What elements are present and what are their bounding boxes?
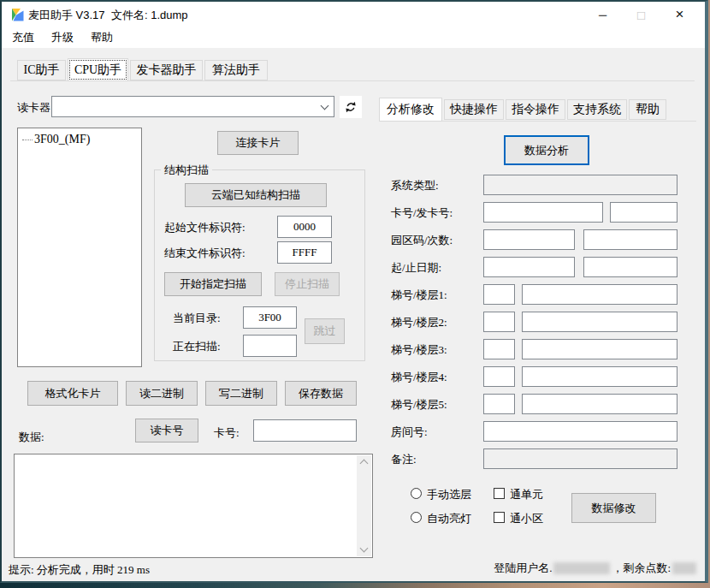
- floor5-input-1[interactable]: [483, 394, 515, 414]
- reader-label: 读卡器: [17, 100, 50, 116]
- manual-floor-radio[interactable]: [411, 488, 422, 499]
- tree-item-label: 3F00_(MF): [34, 133, 90, 146]
- data-modify-button[interactable]: 数据修改: [571, 493, 656, 523]
- auto-light-label: 自动亮灯: [427, 511, 471, 526]
- tab-analysis-modify[interactable]: 分析修改: [379, 98, 442, 122]
- close-button[interactable]: ×: [660, 2, 699, 27]
- data-label: 数据:: [19, 430, 44, 445]
- read-card-number-button[interactable]: 读卡号: [135, 419, 198, 442]
- date-start-input[interactable]: [483, 257, 575, 277]
- scroll-down-icon[interactable]: [360, 544, 369, 553]
- menu-bar: 充值 升级 帮助: [2, 27, 705, 48]
- structure-scan-group-title: 结构扫描: [161, 163, 212, 178]
- minimize-button[interactable]: ─: [583, 2, 622, 27]
- floor4-label: 梯号/楼层4:: [391, 370, 447, 385]
- tab-algorithm-helper[interactable]: 算法助手: [204, 60, 268, 80]
- end-id-label: 结束文件标识符:: [164, 246, 246, 261]
- menu-upgrade[interactable]: 升级: [43, 27, 82, 48]
- status-message: 提示: 分析完成，用时 219 ms: [9, 562, 150, 578]
- card-number-input[interactable]: [253, 419, 357, 442]
- floor3-input-2[interactable]: [522, 339, 677, 359]
- window-title: 麦田助手 V3.17: [28, 8, 105, 23]
- park-code-input-1[interactable]: [483, 229, 575, 250]
- floor3-input-1[interactable]: [483, 339, 515, 359]
- system-type-label: 系统类型:: [391, 178, 439, 193]
- current-dir-input[interactable]: [243, 306, 297, 329]
- floor1-input-2[interactable]: [522, 284, 677, 305]
- remaining-points-label: ，剩余点数:: [612, 561, 671, 576]
- start-scan-button[interactable]: 开始指定扫描: [164, 272, 262, 296]
- maximize-button[interactable]: □: [622, 2, 660, 27]
- menu-help[interactable]: 帮助: [82, 27, 121, 48]
- date-range-label: 起/止日期:: [391, 260, 441, 276]
- data-analyze-button[interactable]: 数据分析: [504, 135, 589, 165]
- menu-recharge[interactable]: 充值: [3, 27, 43, 48]
- card-number-label: 卡号:: [214, 425, 240, 441]
- end-id-input[interactable]: [277, 241, 332, 264]
- file-name-label: 文件名: 1.dump: [111, 8, 188, 23]
- floor5-label: 梯号/楼层5:: [391, 397, 447, 413]
- start-id-input[interactable]: [277, 216, 332, 238]
- floor3-label: 梯号/楼层3:: [391, 342, 447, 358]
- community-pass-checkbox[interactable]: [494, 512, 505, 523]
- current-dir-label: 当前目录:: [173, 311, 221, 326]
- park-code-label: 园区码/次数:: [391, 233, 453, 248]
- card-issue-input-2[interactable]: [610, 202, 677, 223]
- floor1-input-1[interactable]: [483, 284, 515, 305]
- data-scrollbar[interactable]: [357, 455, 371, 556]
- start-id-label: 起始文件标识符:: [164, 220, 246, 235]
- remark-input[interactable]: [483, 448, 677, 469]
- room-number-input[interactable]: [483, 421, 677, 442]
- scanning-label: 正在扫描:: [173, 339, 221, 354]
- unit-pass-label: 通单元: [510, 487, 543, 502]
- tab-command-ops[interactable]: 指令操作: [506, 99, 565, 120]
- stop-scan-button[interactable]: 停止扫描: [275, 272, 340, 296]
- tab-supported-systems[interactable]: 支持系统: [567, 99, 627, 120]
- tree-branch-line: [22, 140, 33, 140]
- park-code-input-2[interactable]: [583, 229, 677, 250]
- data-textarea[interactable]: [14, 454, 373, 558]
- read-binary-button[interactable]: 读二进制: [126, 381, 198, 406]
- tab-quick-ops[interactable]: 快捷操作: [444, 99, 504, 120]
- unit-pass-checkbox[interactable]: [494, 488, 505, 499]
- save-data-button[interactable]: 保存数据: [285, 381, 357, 406]
- reader-select[interactable]: [51, 96, 334, 117]
- room-number-label: 房间号:: [391, 425, 428, 440]
- auto-light-radio[interactable]: [411, 512, 422, 523]
- system-type-input[interactable]: [483, 175, 677, 195]
- redacted-points: [672, 562, 696, 574]
- floor4-input-2[interactable]: [522, 366, 677, 387]
- tree-item-3f00[interactable]: 3F00_(MF): [18, 128, 141, 146]
- card-issue-input-1[interactable]: [483, 202, 603, 223]
- tab-help[interactable]: 帮助: [629, 99, 666, 120]
- refresh-button[interactable]: [340, 96, 362, 118]
- connect-card-button[interactable]: 连接卡片: [217, 131, 299, 155]
- floor1-label: 梯号/楼层1:: [391, 288, 447, 303]
- floor5-input-2[interactable]: [522, 394, 677, 414]
- login-status: 登陆用户名. ，剩余点数:: [494, 561, 698, 576]
- title-bar: 麦田助手 V3.17 文件名: 1.dump ─ □ ×: [2, 2, 705, 27]
- app-window: 麦田助手 V3.17 文件名: 1.dump ─ □ × 充值 升级 帮助 IC…: [0, 0, 708, 583]
- format-card-button[interactable]: 格式化卡片: [27, 381, 118, 406]
- file-tree: 3F00_(MF): [17, 128, 142, 367]
- date-end-input[interactable]: [583, 257, 677, 277]
- scanning-input[interactable]: [243, 335, 297, 357]
- write-binary-button[interactable]: 写二进制: [205, 381, 277, 406]
- tab-cpu-helper[interactable]: CPU助手: [68, 58, 128, 81]
- floor2-input-2[interactable]: [522, 312, 677, 332]
- scroll-up-icon[interactable]: [360, 460, 369, 468]
- floor2-label: 梯号/楼层2:: [391, 315, 447, 330]
- redacted-username: [553, 562, 610, 574]
- tab-ic-helper[interactable]: IC助手: [17, 60, 66, 80]
- skip-button[interactable]: 跳过: [305, 318, 345, 344]
- refresh-icon: [345, 98, 357, 116]
- card-issue-label: 卡号/发卡号:: [391, 205, 453, 221]
- floor2-input-1[interactable]: [483, 312, 515, 332]
- app-logo-icon: [10, 8, 25, 22]
- floor4-input-1[interactable]: [483, 366, 515, 387]
- community-pass-label: 通小区: [510, 511, 543, 526]
- cloud-scan-button[interactable]: 云端已知结构扫描: [185, 183, 327, 207]
- tab-card-issuer-helper[interactable]: 发卡器助手: [130, 60, 203, 80]
- manual-floor-label: 手动选层: [427, 487, 471, 502]
- login-username-label: 登陆用户名.: [494, 561, 552, 576]
